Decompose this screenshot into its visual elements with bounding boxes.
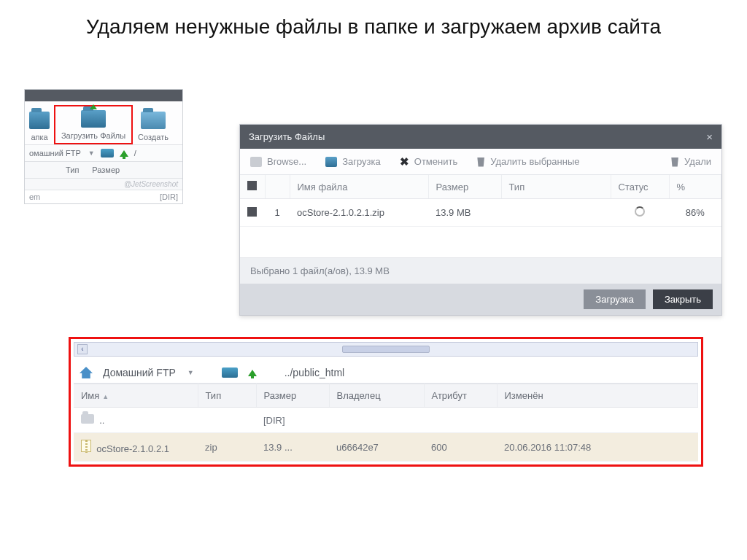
col-name[interactable]: Имя▲ bbox=[74, 384, 198, 408]
folder-icon bbox=[81, 414, 94, 424]
trash-icon bbox=[476, 157, 485, 167]
up-arrow-icon[interactable] bbox=[120, 150, 128, 157]
browse-button[interactable]: Browse... bbox=[250, 156, 306, 167]
create-folder-icon bbox=[141, 112, 166, 129]
file-manager-panel: ‹ Домашний FTP ▼ ../public_html Имя▲ Тип… bbox=[69, 337, 703, 467]
cell-size: 13.9 MB bbox=[428, 199, 501, 227]
dialog-statusbar: Выбрано 1 файл(а/ов), 13.9 MB bbox=[240, 257, 721, 284]
breadcrumb-path[interactable]: ../public_html bbox=[285, 367, 344, 378]
trash-icon bbox=[670, 157, 679, 167]
checkbox[interactable] bbox=[247, 207, 257, 217]
browse-label: Browse... bbox=[267, 156, 306, 167]
upload-action[interactable]: Загрузка bbox=[325, 156, 381, 167]
upload-label: Загрузка bbox=[342, 156, 381, 167]
dialog-toolbar: Browse... Загрузка ✖ Отменить Удалить вы… bbox=[240, 149, 721, 175]
folder-icon bbox=[29, 112, 50, 129]
col-num bbox=[265, 175, 290, 199]
disk-icon[interactable] bbox=[222, 368, 238, 378]
scroll-thumb[interactable] bbox=[342, 346, 430, 353]
cell-type: zip bbox=[198, 433, 256, 462]
checkbox-all[interactable] bbox=[247, 181, 257, 190]
col-type[interactable]: Тип bbox=[501, 175, 611, 199]
col-type[interactable]: Тип bbox=[198, 384, 256, 408]
cell-attr bbox=[424, 408, 497, 433]
dialog-titlebar[interactable]: Загрузить Файлы × bbox=[240, 125, 721, 149]
up-arrow-icon[interactable] bbox=[248, 370, 257, 376]
disk-icon bbox=[325, 157, 337, 167]
delete-selected-action[interactable]: Удалить выбранные bbox=[476, 156, 579, 167]
toolbar-item-create[interactable]: Создать bbox=[133, 108, 174, 144]
upload-folder-icon bbox=[81, 110, 106, 128]
col-filename[interactable]: Имя файла bbox=[290, 175, 428, 199]
toolbar-label: Загрузить Файлы bbox=[61, 131, 125, 140]
toolbar-item-folder[interactable]: апка bbox=[25, 108, 54, 144]
delete-action[interactable]: Удали bbox=[670, 156, 711, 167]
cell-owner: u66642e7 bbox=[329, 433, 424, 462]
file-toolbar: апка Загрузить Файлы Создать bbox=[25, 101, 182, 145]
col-percent[interactable]: % bbox=[669, 175, 721, 199]
breadcrumb-label[interactable]: Домашний FTP bbox=[103, 367, 176, 378]
empty-area bbox=[240, 227, 721, 257]
row-size: [DIR] bbox=[160, 192, 178, 201]
slide-title: Удаляем ненужные файлы в папке и загружа… bbox=[0, 0, 747, 41]
table-header-row: Имя▲ Тип Размер Владелец Атрибут Изменён bbox=[74, 384, 698, 408]
col-attr[interactable]: Атрибут bbox=[424, 384, 497, 408]
col-size[interactable]: Размер bbox=[256, 384, 329, 408]
col-name-label: Имя bbox=[81, 390, 99, 401]
cancel-action[interactable]: ✖ Отменить bbox=[400, 156, 457, 167]
column-headers: Тип Размер bbox=[25, 162, 182, 179]
file-table: Имя▲ Тип Размер Владелец Атрибут Изменён… bbox=[74, 384, 698, 462]
upload-table: Имя файла Размер Тип Статус % 1 ocStore-… bbox=[240, 175, 721, 227]
close-icon[interactable]: × bbox=[706, 131, 713, 143]
toolbar-label: апка bbox=[31, 133, 47, 141]
table-row[interactable]: ocStore-2.1.0.2.1 zip 13.9 ... u66642e7 … bbox=[74, 433, 698, 462]
delete-label: Удали bbox=[684, 156, 711, 167]
partial-row: em [DIR] bbox=[25, 190, 182, 203]
cell-type bbox=[501, 199, 611, 227]
toolbar-label: Создать bbox=[138, 133, 169, 141]
dialog-title: Загрузить Файлы bbox=[249, 131, 325, 142]
zip-file-icon bbox=[81, 440, 91, 452]
watermark-text: @JetScreenshot bbox=[25, 179, 182, 190]
home-icon[interactable] bbox=[80, 367, 93, 378]
horizontal-scrollbar[interactable]: ‹ bbox=[74, 342, 698, 357]
cell-owner bbox=[329, 408, 424, 433]
delete-selected-label: Удалить выбранные bbox=[490, 156, 579, 167]
chevron-down-icon[interactable]: ▼ bbox=[88, 149, 95, 157]
cell-filename: ocStore-2.1.0.2.1.zip bbox=[290, 199, 428, 227]
col-owner[interactable]: Владелец bbox=[329, 384, 424, 408]
col-modified[interactable]: Изменён bbox=[497, 384, 698, 408]
cell-modified bbox=[497, 408, 698, 433]
path-slash: / bbox=[134, 149, 136, 158]
cell-name: ocStore-2.1.0.2.1 bbox=[96, 443, 169, 454]
cell-size: [DIR] bbox=[256, 408, 329, 433]
breadcrumb-bar: Домашний FTP ▼ ../public_html bbox=[74, 362, 698, 384]
cell-attr: 600 bbox=[424, 433, 497, 462]
col-type[interactable]: Тип bbox=[66, 166, 79, 174]
table-row[interactable]: .. [DIR] bbox=[74, 408, 698, 433]
col-status[interactable]: Статус bbox=[611, 175, 669, 199]
upload-dialog: Загрузить Файлы × Browse... Загрузка ✖ О… bbox=[239, 124, 722, 316]
upload-button[interactable]: Загрузка bbox=[584, 289, 646, 309]
cell-percent: 86% bbox=[669, 199, 721, 227]
cancel-label: Отменить bbox=[414, 156, 457, 167]
disk-icon[interactable] bbox=[101, 149, 114, 158]
dialog-footer: Загрузка Закрыть bbox=[240, 284, 721, 315]
breadcrumb-bar: омашний FTP ▼ / bbox=[25, 145, 182, 162]
cell-size: 13.9 ... bbox=[256, 433, 329, 462]
table-row[interactable]: 1 ocStore-2.1.0.2.1.zip 13.9 MB 86% bbox=[240, 199, 721, 227]
cancel-icon: ✖ bbox=[400, 157, 409, 167]
left-toolbar-screenshot: апка Загрузить Файлы Создать омашний FTP… bbox=[24, 89, 183, 204]
cell-name: .. bbox=[99, 415, 104, 426]
col-size[interactable]: Размер bbox=[92, 166, 120, 174]
breadcrumb-label[interactable]: омашний FTP bbox=[29, 149, 81, 158]
scroll-left-icon[interactable]: ‹ bbox=[77, 344, 88, 354]
toolbar-item-upload[interactable]: Загрузить Файлы bbox=[54, 105, 133, 144]
close-button[interactable]: Закрыть bbox=[653, 289, 713, 309]
folder-open-icon bbox=[250, 157, 262, 167]
chevron-down-icon[interactable]: ▼ bbox=[187, 369, 194, 376]
cell-num: 1 bbox=[265, 199, 290, 227]
sort-asc-icon: ▲ bbox=[102, 393, 109, 400]
row-name: em bbox=[29, 192, 40, 201]
col-size[interactable]: Размер bbox=[428, 175, 501, 199]
